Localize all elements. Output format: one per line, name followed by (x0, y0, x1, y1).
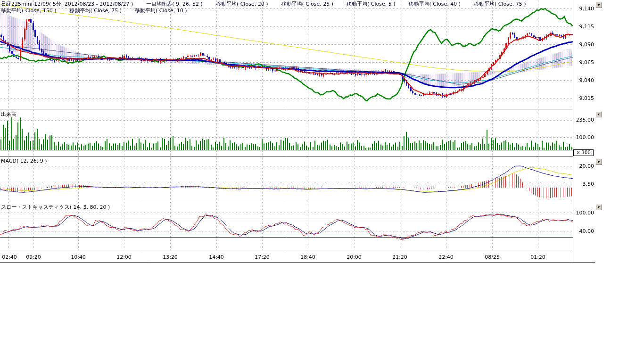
legend-ma25: 移動平均( Close, 25 ) (281, 1, 333, 7)
indicator-legend-row1: 日経225mini 12/09( 5分, 2012/08/23 - 2012/0… (1, 0, 539, 8)
macd-pane-scroll-down-button[interactable]: ▼ (595, 159, 602, 165)
legend-ma5: 移動平均( Close, 5 ) (347, 1, 396, 7)
time-axis-label: 14:40 (207, 254, 226, 260)
volume-axis-label: 235.00 (574, 117, 594, 123)
price-axis-label: 9,040 (574, 77, 594, 83)
legend-ma75-b: 移動平均( Close, 75 ) (70, 8, 122, 14)
stochastics-axis-label: 100.00 (574, 210, 594, 216)
price-axis-label: 9,140 (574, 6, 594, 12)
arrow-down-icon: ▼ (597, 3, 601, 7)
symbol-title: 日経225mini 12/09( 5分, 2012/08/23 - 2012/0… (1, 1, 133, 7)
price-axis-label: 9,115 (574, 24, 594, 30)
time-axis-label: 09:20 (24, 254, 43, 260)
arrow-down-icon: ▼ (597, 113, 601, 116)
chart-plot-area[interactable] (0, 0, 644, 264)
macd-axis-label: 3.50 (574, 181, 594, 187)
volume-pane-scroll-down-button[interactable]: ▼ (595, 111, 602, 117)
volume-axis-label: 100.00 (574, 134, 594, 140)
macd-axis-label: 20.00 (574, 163, 594, 169)
time-axis-label: 08/25 (483, 254, 502, 260)
legend-ma40: 移動平均( Close, 40 ) (409, 1, 461, 7)
time-axis-label: 22:40 (437, 254, 455, 260)
chart-window: 日経225mini 12/09( 5分, 2012/08/23 - 2012/0… (0, 0, 644, 362)
legend-ma150: 移動平均( Close, 150 ) (1, 8, 57, 14)
volume-pane-title: 出来高 (1, 111, 17, 118)
stochastics-pane-title: スロー・ストキャスティクス( 14, 3, 80, 20 ) (1, 204, 110, 211)
price-axis-label: 9,090 (574, 41, 594, 48)
stochastics-pane-scroll-down-button[interactable]: ▼ (595, 204, 602, 210)
time-axis-label: 01:20 (528, 254, 547, 260)
time-axis-label: 13:20 (161, 254, 180, 260)
macd-pane-title: MACD( 12, 26, 9 ) (1, 158, 47, 164)
time-axis-label: 17:20 (253, 254, 272, 260)
time-axis-label: 02:40 (0, 254, 19, 260)
legend-ma10: 移動平均( Close, 10 ) (135, 8, 187, 14)
price-axis-label: 9,065 (574, 59, 594, 66)
time-axis-label: 21:20 (390, 254, 409, 260)
volume-unit-multiplier: × 100 (573, 149, 594, 156)
time-axis-label: 12:00 (115, 254, 133, 260)
stochastics-axis-label: 40.00 (574, 228, 594, 234)
price-pane-scroll-down-button[interactable]: ▼ (595, 2, 602, 8)
time-axis-label: 20:00 (345, 254, 363, 260)
time-axis-label: 10:40 (69, 254, 88, 260)
legend-ma75: 移動平均( Close, 75 ) (474, 1, 526, 7)
arrow-down-icon: ▼ (597, 206, 601, 209)
arrow-down-icon: ▼ (597, 160, 601, 164)
indicator-legend-row2: 移動平均( Close, 150 )移動平均( Close, 75 )移動平均(… (1, 7, 200, 14)
legend-ma20: 移動平均( Close, 20 ) (216, 1, 268, 7)
legend-ichimoku: 一目均衡表( 9, 26, 52 ) (146, 1, 203, 7)
time-axis-label: 18:40 (298, 254, 317, 260)
price-axis-label: 9,015 (574, 95, 594, 101)
